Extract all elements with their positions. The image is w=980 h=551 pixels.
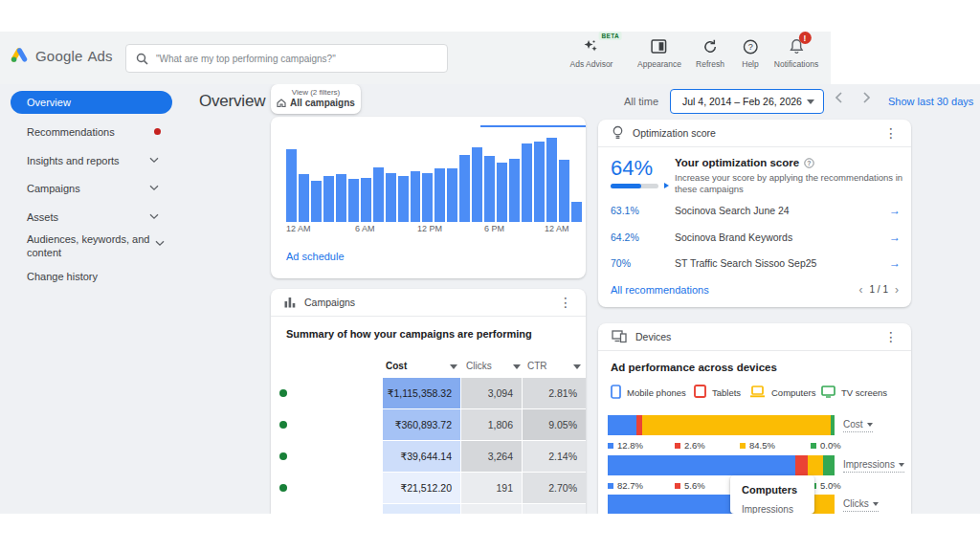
notifications-button[interactable]: !Notifications [774,37,818,69]
optimization-card-title: Optimization score [633,127,716,139]
impressions-stacked-bar [608,455,835,475]
chevron-down-icon [149,213,159,220]
cost-metric-selector[interactable]: Cost [843,419,873,432]
column-header-ctr[interactable]: CTR [527,361,547,371]
ctr-cell: 9.05% [523,409,586,440]
recommendation-score: 70% [611,257,631,269]
date-preset-label: All time [624,96,658,107]
cost-cell: ₹360,893.72 [383,409,460,440]
recommendation-row[interactable]: 64.2%Socinova Brand Keywords→ [598,231,911,247]
appearance-button[interactable]: Appearance [637,37,681,69]
date-prev-icon[interactable] [835,92,842,103]
arrow-right-icon[interactable]: → [889,204,901,217]
sort-caret-icon[interactable] [513,364,521,369]
clicks-cell [461,504,522,514]
cost-stacked-bar [608,415,835,435]
sidebar-item-assets[interactable]: Assets [27,210,167,224]
svg-text:?: ? [808,160,812,166]
view-filter-dropdown[interactable]: View (2 filters) All campaigns [271,84,361,114]
hour-bar [286,149,297,222]
pager-next-icon[interactable]: › [895,285,899,295]
sidebar-item-recommendations[interactable]: Recommendations [27,125,167,139]
date-range-value: Jul 4, 2014 – Feb 26, 2026 [682,96,802,107]
x-axis-label: 12 AM [545,224,569,233]
optimization-menu-icon[interactable]: ⋮ [880,125,902,141]
ads-advisor-button[interactable]: BETAAds Advisor [570,37,613,69]
pct-label-tablets: 5.6% [675,480,705,491]
chevron-down-icon [155,240,165,247]
tooltip-title: Computers [742,484,814,496]
main-content: OverviewRecommendationsInsights and repo… [0,84,980,514]
clicks-cell: 3,264 [461,441,522,472]
campaigns-menu-icon[interactable]: ⋮ [555,295,576,310]
x-axis-label: 6 PM [484,224,504,233]
ctr-cell [523,504,586,514]
campaign-row[interactable]: ₹360,893.721,8069.05% [271,409,586,440]
column-header-cost[interactable]: Cost [386,361,407,371]
optimization-card-header: Optimization score ⋮ [598,120,911,147]
all-recommendations-link[interactable]: All recommendations [611,284,709,296]
impressions-metric-selector[interactable]: Impressions [843,459,904,473]
recommendation-campaign: Socinova Brand Keywords [675,231,792,243]
sidebar-item-overview[interactable]: Overview [11,91,172,114]
pager-prev-icon[interactable]: ‹ [859,285,863,295]
devices-card: Devices ⋮ Ad performance across devices … [598,323,911,514]
recommendation-row[interactable]: 70%ST Traffic Search Sissoo Sep25→ [598,257,911,273]
hour-bar [299,174,309,222]
search-input[interactable]: "What are my top performing campaigns?" [125,44,448,73]
campaigns-card-title: Campaigns [304,297,355,308]
dropdown-caret-icon [867,423,873,427]
arrow-right-icon[interactable]: → [889,256,901,270]
campaign-row[interactable] [271,504,586,514]
date-range-picker[interactable]: Jul 4, 2014 – Feb 26, 2026 [670,89,824,114]
search-icon [136,53,148,65]
segment-tv-screens [823,455,835,475]
arrow-right-icon[interactable]: → [889,231,901,244]
hour-bar [373,167,384,222]
dropdown-caret-icon [873,502,879,506]
hour-bar [509,159,520,222]
appearance-icon [652,37,668,55]
hourly-bar-chart [286,138,582,222]
help-button[interactable]: ?Help [742,37,758,69]
laptop-icon [749,386,766,400]
clicks-metric-selector[interactable]: Clicks [843,498,879,512]
legend-computers: Computers [749,385,815,400]
hour-bar [534,142,545,222]
legend-tablets: Tablets [694,385,741,400]
campaign-row[interactable]: ₹21,512.201912.70% [271,473,586,503]
pct-label-tv-screens: 0.0% [811,440,841,451]
sidebar-item-change-history[interactable]: Change history [27,270,167,283]
recommendation-row[interactable]: 63.1%Socinova Search June 24→ [598,205,911,220]
home-icon [277,99,286,107]
hour-bar [571,202,582,222]
sidebar-item-campaigns[interactable]: Campaigns [27,182,167,195]
devices-menu-icon[interactable]: ⋮ [880,329,902,344]
sort-caret-icon[interactable] [573,364,581,369]
show-last-30-days-link[interactable]: Show last 30 days [888,96,973,107]
campaign-row[interactable]: ₹1,115,358.323,0942.81% [271,378,586,408]
ads-advisor-icon: BETA [582,37,601,55]
refresh-button[interactable]: Refresh [696,37,724,69]
recommendations-alert-dot [154,128,161,135]
hour-bar [386,173,396,222]
sidebar-item-insights-and-reports[interactable]: Insights and reports [27,154,167,167]
google-ads-logo[interactable]: GoogleAds [10,47,112,65]
tv-icon [821,386,835,400]
dropdown-caret-icon [807,99,814,104]
campaigns-card-header: Campaigns ⋮ [271,289,586,317]
mobile-phone-icon [611,385,621,401]
sort-caret-icon[interactable] [450,364,457,369]
campaign-row[interactable]: ₹39,644.143,2642.14% [271,441,586,472]
pct-label-tv-screens: 5.0% [811,480,841,491]
clicks-cell: 3,094 [461,378,522,408]
clicks-cell: 1,806 [461,409,522,440]
hour-bar [484,156,495,222]
date-next-icon[interactable] [863,92,871,103]
hour-bar [522,143,532,222]
column-header-clicks[interactable]: Clicks [466,361,492,371]
svg-text:?: ? [747,42,752,52]
sidebar-item-audiences-keywords-content[interactable]: Audiences, keywords, and content [27,232,170,259]
tooltip-metric: Impressions [742,504,814,514]
ad-schedule-link[interactable]: Ad schedule [286,251,345,262]
